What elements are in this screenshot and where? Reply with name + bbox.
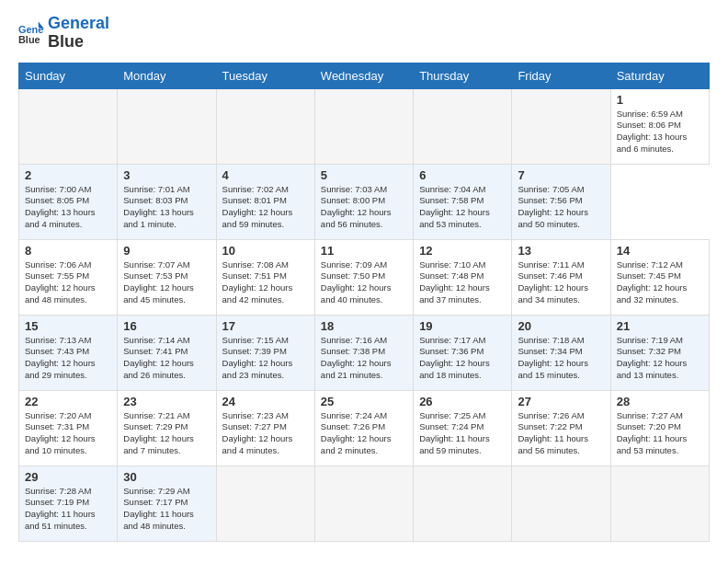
empty-cell [512,465,610,541]
svg-text:Blue: Blue [18,34,40,45]
calendar-day-9: 9Sunrise: 7:07 AMSunset: 7:53 PMDaylight… [118,239,216,315]
calendar-day-28: 28Sunrise: 7:27 AMSunset: 7:20 PMDayligh… [610,390,709,465]
calendar-day-4: 4Sunrise: 7:02 AMSunset: 8:01 PMDaylight… [216,164,314,239]
header-day-monday: Monday [118,63,216,88]
calendar-day-12: 12Sunrise: 7:10 AMSunset: 7:48 PMDayligh… [414,239,512,315]
calendar-week-3: 8Sunrise: 7:06 AMSunset: 7:55 PMDaylight… [19,239,710,315]
calendar-day-6: 6Sunrise: 7:04 AMSunset: 7:58 PMDaylight… [414,164,512,239]
calendar-day-20: 20Sunrise: 7:18 AMSunset: 7:34 PMDayligh… [512,315,610,390]
calendar-day-8: 8Sunrise: 7:06 AMSunset: 7:55 PMDaylight… [19,239,118,315]
calendar-table: SundayMondayTuesdayWednesdayThursdayFrid… [18,63,710,542]
empty-cell [414,88,512,164]
header-day-wednesday: Wednesday [314,63,413,88]
calendar-day-10: 10Sunrise: 7:08 AMSunset: 7:51 PMDayligh… [216,239,314,315]
calendar-day-18: 18Sunrise: 7:16 AMSunset: 7:38 PMDayligh… [314,315,413,390]
header-day-saturday: Saturday [610,63,709,88]
calendar-day-27: 27Sunrise: 7:26 AMSunset: 7:22 PMDayligh… [512,390,610,465]
calendar-day-14: 14Sunrise: 7:12 AMSunset: 7:45 PMDayligh… [610,239,709,315]
page-container: General Blue GeneralBlue SundayMondayTue… [0,0,728,551]
calendar-day-5: 5Sunrise: 7:03 AMSunset: 8:00 PMDaylight… [314,164,413,239]
calendar-week-5: 22Sunrise: 7:20 AMSunset: 7:31 PMDayligh… [19,390,710,465]
logo: General Blue GeneralBlue [18,15,109,52]
calendar-week-4: 15Sunrise: 7:13 AMSunset: 7:43 PMDayligh… [19,315,710,390]
empty-cell [314,465,413,541]
calendar-day-23: 23Sunrise: 7:21 AMSunset: 7:29 PMDayligh… [118,390,216,465]
empty-cell [314,88,413,164]
empty-cell [610,465,709,541]
calendar-day-11: 11Sunrise: 7:09 AMSunset: 7:50 PMDayligh… [314,239,413,315]
calendar-day-7: 7Sunrise: 7:05 AMSunset: 7:56 PMDaylight… [512,164,610,239]
header-day-thursday: Thursday [414,63,512,88]
header: General Blue GeneralBlue [18,15,710,52]
empty-cell [414,465,512,541]
logo-text: GeneralBlue [48,15,109,52]
header-day-friday: Friday [512,63,610,88]
calendar-day-25: 25Sunrise: 7:24 AMSunset: 7:26 PMDayligh… [314,390,413,465]
calendar-day-2: 2Sunrise: 7:00 AMSunset: 8:05 PMDaylight… [19,164,118,239]
calendar-day-22: 22Sunrise: 7:20 AMSunset: 7:31 PMDayligh… [19,390,118,465]
calendar-week-1: 1Sunrise: 6:59 AMSunset: 8:06 PMDaylight… [19,88,710,164]
calendar-day-24: 24Sunrise: 7:23 AMSunset: 7:27 PMDayligh… [216,390,314,465]
calendar-day-30: 30Sunrise: 7:29 AMSunset: 7:17 PMDayligh… [118,465,216,541]
calendar-day-16: 16Sunrise: 7:14 AMSunset: 7:41 PMDayligh… [118,315,216,390]
empty-cell [19,88,118,164]
calendar-week-2: 2Sunrise: 7:00 AMSunset: 8:05 PMDaylight… [19,164,710,239]
calendar-day-15: 15Sunrise: 7:13 AMSunset: 7:43 PMDayligh… [19,315,118,390]
calendar-day-19: 19Sunrise: 7:17 AMSunset: 7:36 PMDayligh… [414,315,512,390]
empty-cell [118,88,216,164]
calendar-day-17: 17Sunrise: 7:15 AMSunset: 7:39 PMDayligh… [216,315,314,390]
logo-icon: General Blue [18,20,44,46]
header-row: SundayMondayTuesdayWednesdayThursdayFrid… [19,63,710,88]
calendar-day-26: 26Sunrise: 7:25 AMSunset: 7:24 PMDayligh… [414,390,512,465]
empty-cell [512,88,610,164]
calendar-day-21: 21Sunrise: 7:19 AMSunset: 7:32 PMDayligh… [610,315,709,390]
calendar-week-6: 29Sunrise: 7:28 AMSunset: 7:19 PMDayligh… [19,465,710,541]
header-day-tuesday: Tuesday [216,63,314,88]
calendar-day-29: 29Sunrise: 7:28 AMSunset: 7:19 PMDayligh… [19,465,118,541]
calendar-day-1: 1Sunrise: 6:59 AMSunset: 8:06 PMDaylight… [610,88,709,164]
header-day-sunday: Sunday [19,63,118,88]
empty-cell [216,88,314,164]
calendar-day-13: 13Sunrise: 7:11 AMSunset: 7:46 PMDayligh… [512,239,610,315]
empty-cell [216,465,314,541]
calendar-day-3: 3Sunrise: 7:01 AMSunset: 8:03 PMDaylight… [118,164,216,239]
